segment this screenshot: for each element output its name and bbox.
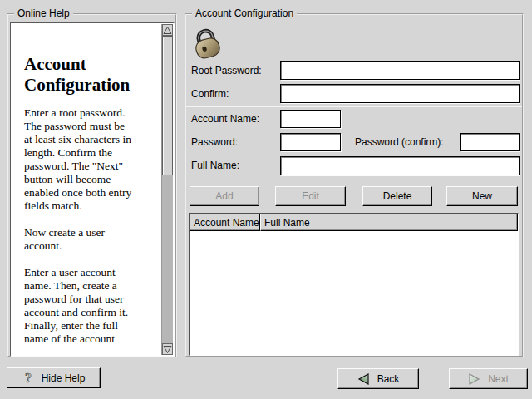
edit-button-label: Edit <box>302 190 319 202</box>
confirm-password-input[interactable] <box>280 84 520 103</box>
account-name-input[interactable] <box>280 110 341 128</box>
column-header-account-name[interactable]: Account Name <box>190 214 260 231</box>
accounts-list-area[interactable] <box>190 231 518 355</box>
back-arrow-icon <box>357 373 370 385</box>
scrollbar-up-button[interactable] <box>162 24 173 36</box>
account-name-label: Account Name: <box>191 114 259 125</box>
password-label: Password: <box>191 137 238 148</box>
full-name-input[interactable] <box>280 156 520 175</box>
online-help-frame-label: Online Help <box>14 7 73 19</box>
help-title: Account Configuration <box>24 54 159 96</box>
help-paragraph: Now create a user account. <box>24 226 159 253</box>
new-button[interactable]: New <box>446 186 518 206</box>
hide-help-button[interactable]: ? Hide Help <box>7 367 101 388</box>
add-button-label: Add <box>215 190 233 202</box>
help-paragraph: Enter a root password. The password must… <box>24 106 159 213</box>
help-scrollbar[interactable] <box>161 24 173 355</box>
account-config-frame-label: Account Configuration <box>192 7 297 19</box>
hide-help-button-label: Hide Help <box>42 372 86 384</box>
root-password-input[interactable] <box>280 61 520 80</box>
delete-button-label: Delete <box>383 190 412 202</box>
accounts-table: Account Name Full Name <box>189 213 519 356</box>
delete-button[interactable]: Delete <box>362 186 432 206</box>
back-button[interactable]: Back <box>337 368 419 389</box>
scrollbar-down-button[interactable] <box>162 343 173 355</box>
up-arrow-icon <box>163 26 172 35</box>
password-confirm-input[interactable] <box>460 133 520 151</box>
new-button-label: New <box>472 190 492 202</box>
installer-window: { "help_panel": { "frame_label": "Online… <box>0 0 532 399</box>
column-header-full-name[interactable]: Full Name <box>260 214 518 231</box>
password-confirm-label: Password (confirm): <box>355 137 444 148</box>
section-separator <box>186 106 522 107</box>
add-button: Add <box>190 186 259 206</box>
svg-text:?: ? <box>25 371 32 385</box>
help-text-area: Account Configuration Enter a root passw… <box>12 24 160 355</box>
help-viewport: Account Configuration Enter a root passw… <box>10 22 175 357</box>
next-button-label: Next <box>488 373 509 385</box>
back-button-label: Back <box>377 373 400 385</box>
edit-button: Edit <box>275 186 346 206</box>
full-name-label: Full Name: <box>191 160 239 171</box>
question-mark-icon: ? <box>22 371 34 386</box>
padlock-icon <box>189 25 225 60</box>
next-button: Next <box>449 368 528 389</box>
down-arrow-icon <box>163 345 172 354</box>
help-paragraph: Enter a user account name. Then, create … <box>24 266 159 346</box>
scrollbar-thumb[interactable] <box>162 36 173 175</box>
accounts-table-header: Account Name Full Name <box>190 214 518 231</box>
root-password-label: Root Password: <box>191 66 262 76</box>
password-input[interactable] <box>280 133 341 151</box>
next-arrow-icon <box>468 373 480 385</box>
confirm-label: Confirm: <box>191 89 229 100</box>
